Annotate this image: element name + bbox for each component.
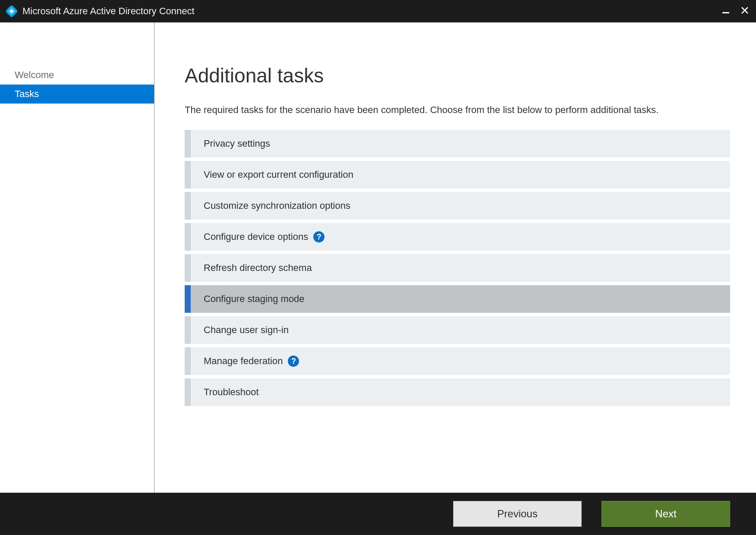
task-accent (185, 130, 191, 157)
sidebar-item-tasks[interactable]: Tasks (0, 85, 154, 104)
svg-rect-3 (722, 12, 729, 13)
task-item[interactable]: Refresh directory schema (185, 254, 730, 282)
task-label: Configure staging mode (204, 293, 305, 305)
task-item[interactable]: Troubleshoot (185, 378, 730, 406)
page-title: Additional tasks (185, 64, 730, 87)
next-button[interactable]: Next (602, 501, 730, 527)
task-item[interactable]: Customize synchronization options (185, 192, 730, 220)
task-label: Manage federation (204, 356, 283, 367)
task-label: View or export current configuration (204, 169, 353, 180)
bottombar: Previous Next (0, 493, 756, 535)
task-accent (185, 254, 191, 282)
content: Additional tasks The required tasks for … (154, 22, 756, 493)
azure-logo-icon (6, 6, 17, 17)
task-item[interactable]: Change user sign-in (185, 316, 730, 344)
task-label: Configure device options (204, 231, 308, 242)
sidebar-item-welcome[interactable]: Welcome (0, 66, 154, 85)
task-item[interactable]: Manage federation? (185, 347, 730, 375)
page-description: The required tasks for the scenario have… (185, 103, 730, 117)
help-icon[interactable]: ? (313, 231, 324, 242)
task-accent (185, 285, 191, 313)
close-button[interactable] (741, 7, 748, 16)
sidebar-item-label: Welcome (15, 69, 54, 81)
task-label: Refresh directory schema (204, 262, 312, 274)
task-list: Privacy settingsView or export current c… (185, 130, 730, 406)
task-item[interactable]: View or export current configuration (185, 161, 730, 189)
previous-button[interactable]: Previous (453, 501, 582, 527)
task-accent (185, 378, 191, 406)
task-item[interactable]: Privacy settings (185, 130, 730, 157)
task-label: Privacy settings (204, 138, 270, 149)
help-icon[interactable]: ? (288, 356, 299, 367)
task-item[interactable]: Configure device options? (185, 223, 730, 251)
window-title: Microsoft Azure Active Directory Connect (22, 6, 722, 17)
minimize-button[interactable] (722, 7, 729, 16)
task-accent (185, 223, 191, 251)
task-label: Change user sign-in (204, 324, 289, 336)
window-controls (722, 7, 748, 16)
task-label: Customize synchronization options (204, 200, 350, 211)
task-accent (185, 347, 191, 375)
main-area: WelcomeTasks Additional tasks The requir… (0, 22, 756, 493)
task-accent (185, 316, 191, 344)
sidebar: WelcomeTasks (0, 22, 154, 493)
task-accent (185, 192, 191, 220)
sidebar-item-label: Tasks (15, 88, 39, 100)
titlebar: Microsoft Azure Active Directory Connect (0, 0, 756, 22)
task-label: Troubleshoot (204, 387, 259, 398)
task-accent (185, 161, 191, 189)
task-item[interactable]: Configure staging mode (185, 285, 730, 313)
